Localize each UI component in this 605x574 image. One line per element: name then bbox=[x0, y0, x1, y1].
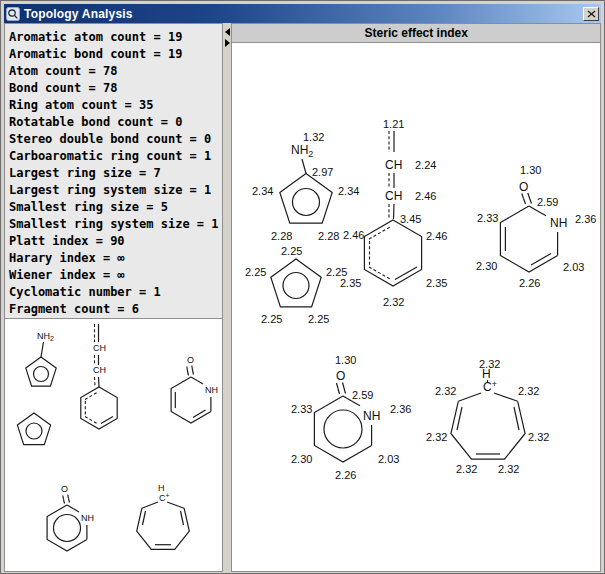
atom-label-nh: NH bbox=[81, 513, 94, 523]
molecule-fulvene-cumulene: CH CH 1.21 2.24 2.46 3.45 2.46 bbox=[340, 118, 447, 308]
molecule-thumbnails-panel: NH2 CH CH bbox=[4, 318, 223, 572]
atom-label-ch: CH bbox=[385, 189, 402, 203]
atom-label-nh: NH bbox=[363, 409, 380, 423]
stat-line: Ring atom count = 35 bbox=[9, 97, 219, 114]
bond-value: 2.46 bbox=[343, 229, 364, 241]
molecule-tropylium: H C+ 2.32 2.32 2.32 2.32 2.32 bbox=[426, 358, 549, 475]
bond-value: 2.24 bbox=[415, 159, 436, 171]
bond-value: 2.32 bbox=[426, 431, 447, 443]
bond-value: 2.25 bbox=[281, 245, 302, 257]
bond-value: 2.33 bbox=[291, 403, 312, 415]
bond-value: 2.59 bbox=[352, 389, 373, 401]
bond-value: 2.28 bbox=[318, 230, 339, 242]
close-button[interactable] bbox=[583, 7, 599, 21]
stat-line: Stereo double bond count = 0 bbox=[9, 131, 219, 148]
steric-effect-canvas-area: NH2 1.32 2.97 2.34 2.34 2.28 2.28 2.25 2… bbox=[232, 43, 600, 571]
atom-label-c-plus: C+ bbox=[159, 492, 170, 503]
bond-value: 2.32 bbox=[479, 358, 500, 370]
bond-value: 2.35 bbox=[340, 277, 361, 289]
bond-value: 2.03 bbox=[563, 261, 584, 273]
bond-value: 1.30 bbox=[520, 164, 541, 176]
topology-analysis-window: Topology Analysis Aromatic atom count = … bbox=[0, 0, 605, 574]
bond-value: 2.30 bbox=[476, 260, 497, 272]
atom-label-o: O bbox=[187, 355, 194, 365]
stat-line: Fragment count = 6 bbox=[9, 301, 219, 318]
stat-line: Atom count = 78 bbox=[9, 63, 219, 80]
bond-value: 2.28 bbox=[271, 230, 292, 242]
thumb-cyclopentadienyl bbox=[17, 413, 50, 445]
stat-line: Largest ring system size = 1 bbox=[9, 182, 219, 199]
splitter-expand-right-button[interactable] bbox=[225, 39, 230, 47]
atom-label-ch: CH bbox=[93, 343, 106, 353]
bond-value: 2.59 bbox=[537, 196, 558, 208]
thumb-aminocyclopentadienyl: NH2 bbox=[26, 331, 56, 386]
stat-line: Aromatic bond count = 19 bbox=[9, 46, 219, 63]
topology-stats-panel: Aromatic atom count = 19 Aromatic bond c… bbox=[4, 23, 223, 318]
bond-value: 2.32 bbox=[498, 463, 519, 475]
magnifier-icon bbox=[6, 7, 20, 21]
thumb-pyridone: O NH bbox=[171, 355, 218, 423]
bond-value: 2.25 bbox=[308, 313, 329, 325]
bond-value: 2.32 bbox=[518, 385, 539, 397]
molecule-pyridone: O NH 1.30 2.59 2.36 2.33 2.30 2.03 2.26 bbox=[476, 164, 596, 289]
atom-label-nh: NH bbox=[550, 216, 567, 230]
atom-label-ch: CH bbox=[385, 158, 402, 172]
atom-label-h: H bbox=[158, 483, 165, 493]
bond-value: 2.32 bbox=[528, 431, 549, 443]
thumbnails-canvas: NH2 CH CH bbox=[5, 319, 222, 571]
bond-value: 2.33 bbox=[477, 212, 498, 224]
bond-value: 2.26 bbox=[335, 469, 356, 481]
molecule-pyridone-aromatic: O NH 1.30 2.59 2.36 2.33 2.30 2.03 2.26 bbox=[291, 354, 411, 481]
bond-value: 1.30 bbox=[335, 354, 356, 366]
bond-value: 2.36 bbox=[575, 213, 596, 225]
stat-line: Smallest ring system size = 1 bbox=[9, 216, 219, 233]
atom-label-o: O bbox=[61, 484, 68, 494]
bond-value: 2.32 bbox=[435, 385, 456, 397]
stat-line: Carboaromatic ring count = 1 bbox=[9, 148, 219, 165]
bond-value: 2.32 bbox=[456, 463, 477, 475]
thumb-tropylium: H C+ bbox=[137, 483, 190, 549]
stat-line: Platt index = 90 bbox=[9, 233, 219, 250]
split-pane-divider[interactable] bbox=[223, 23, 232, 572]
stat-line: Rotatable bond count = 0 bbox=[9, 114, 219, 131]
steric-canvas: NH2 1.32 2.97 2.34 2.34 2.28 2.28 2.25 2… bbox=[232, 43, 600, 571]
steric-effect-header: Steric effect index bbox=[232, 24, 600, 43]
atom-label-nh2: NH2 bbox=[291, 143, 313, 159]
stat-line: Aromatic atom count = 19 bbox=[9, 29, 219, 46]
bond-value: 2.03 bbox=[378, 453, 399, 465]
atom-label-o: O bbox=[519, 180, 528, 194]
stat-line: Smallest ring size = 5 bbox=[9, 199, 219, 216]
bond-value: 2.26 bbox=[519, 277, 540, 289]
bond-value: 1.32 bbox=[303, 131, 324, 143]
stat-line: Wiener index = ∞ bbox=[9, 267, 219, 284]
atom-label-c-plus: C+ bbox=[483, 379, 497, 394]
molecule-cyclopentadienyl: 2.25 2.25 2.25 2.25 2.25 bbox=[245, 245, 347, 325]
bond-value: 2.36 bbox=[390, 403, 411, 415]
bond-value: 2.34 bbox=[252, 185, 273, 197]
title-bar[interactable]: Topology Analysis bbox=[4, 4, 601, 23]
bond-value: 2.46 bbox=[426, 230, 447, 242]
window-title: Topology Analysis bbox=[24, 7, 583, 21]
steric-effect-title: Steric effect index bbox=[365, 26, 468, 40]
molecule-aminocyclopentadienyl: NH2 1.32 2.97 2.34 2.34 2.28 2.28 bbox=[252, 131, 359, 242]
bond-value: 1.21 bbox=[383, 118, 404, 130]
splitter-collapse-left-button[interactable] bbox=[225, 28, 230, 36]
stat-line: Bond count = 78 bbox=[9, 80, 219, 97]
bond-value: 2.30 bbox=[291, 453, 312, 465]
bond-value: 2.25 bbox=[245, 266, 266, 278]
stat-line: Cyclomatic number = 1 bbox=[9, 284, 219, 301]
atom-label-nh: NH bbox=[205, 385, 218, 395]
atom-label-ch: CH bbox=[93, 365, 106, 375]
thumb-pyridone-aromatic: O NH bbox=[47, 484, 94, 551]
bond-value: 2.46 bbox=[415, 190, 436, 202]
close-icon bbox=[587, 10, 596, 18]
bond-value: 2.97 bbox=[312, 166, 333, 178]
thumb-fulvene-cumulene: CH CH bbox=[81, 324, 117, 429]
atom-label-nh2: NH2 bbox=[37, 331, 54, 342]
bond-value: 2.25 bbox=[261, 313, 282, 325]
bond-value: 3.45 bbox=[400, 213, 421, 225]
stat-line: Harary index = ∞ bbox=[9, 250, 219, 267]
bond-value: 2.34 bbox=[338, 185, 359, 197]
atom-label-o: O bbox=[336, 369, 345, 383]
bond-value: 2.32 bbox=[383, 296, 404, 308]
